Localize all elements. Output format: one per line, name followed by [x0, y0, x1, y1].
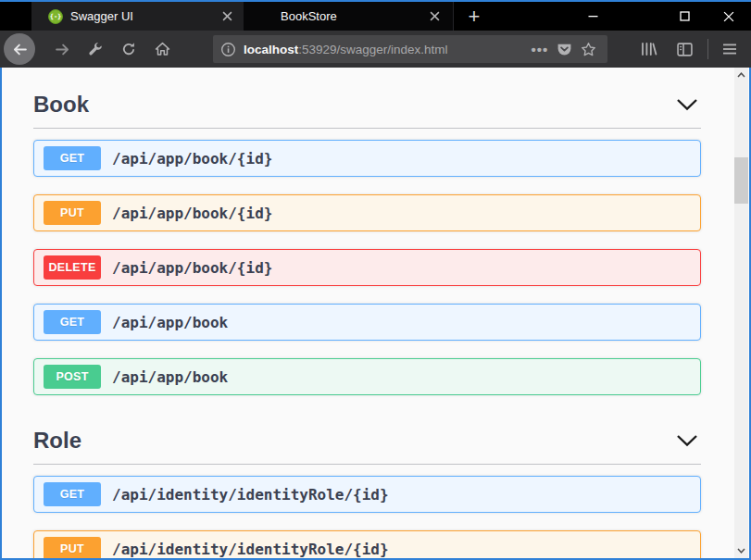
opblock-post[interactable]: POST/api/app/book	[33, 358, 701, 395]
wrench-tools-button[interactable]	[81, 35, 109, 63]
navigation-toolbar: localhost:53929/swagger/index.html •••	[0, 31, 751, 68]
tab-title: BookStore	[281, 9, 423, 23]
tab-bar: {-} Swagger UI BookStore +	[0, 2, 751, 31]
home-icon	[155, 42, 170, 56]
pocket-icon[interactable]	[552, 37, 576, 61]
section-divider	[33, 128, 701, 129]
scrollbar-thumb[interactable]	[734, 157, 748, 204]
url-text[interactable]: localhost:53929/swagger/index.html	[244, 43, 528, 56]
site-info-icon[interactable]	[220, 42, 236, 57]
tab-close-icon[interactable]	[216, 6, 238, 28]
sidebar-icon	[677, 43, 693, 56]
page-actions-ellipsis-icon[interactable]: •••	[528, 37, 552, 61]
api-sections: BookGET/api/app/book/{id}PUT/api/app/boo…	[2, 68, 749, 560]
scroll-up-icon[interactable]	[734, 68, 748, 82]
swagger-favicon-icon: {-}	[48, 9, 63, 24]
operation-path: /api/app/book/{id}	[112, 259, 272, 277]
operation-path: /api/app/book/{id}	[112, 150, 272, 168]
operations-list: GET/api/app/book/{id}PUT/api/app/book/{i…	[33, 140, 701, 395]
api-section-book: BookGET/api/app/book/{id}PUT/api/app/boo…	[33, 68, 701, 395]
method-badge: GET	[44, 482, 101, 506]
opblock-delete[interactable]: DELETE/api/app/book/{id}	[33, 249, 701, 286]
reload-icon	[121, 42, 136, 56]
toolbar-separator	[707, 39, 708, 59]
method-badge: POST	[44, 365, 101, 389]
url-path: :53929/swagger/index.html	[298, 43, 447, 56]
opblock-get[interactable]: GET/api/app/book/{id}	[33, 140, 701, 177]
titlebar-drag-space	[0, 2, 31, 31]
section-divider	[33, 464, 701, 465]
section-title: Book	[33, 90, 89, 119]
chevron-down-icon[interactable]	[675, 98, 699, 111]
page-content: BookGET/api/app/book/{id}PUT/api/app/boo…	[0, 68, 751, 560]
operation-path: /api/identity/identityRole/{id}	[112, 486, 389, 504]
operation-path: /api/app/book	[112, 314, 228, 331]
sidebar-toggle-button[interactable]	[670, 35, 698, 63]
chevron-down-icon[interactable]	[675, 434, 699, 447]
bookmark-star-icon[interactable]	[576, 37, 600, 61]
forward-button[interactable]	[48, 35, 76, 63]
method-badge: GET	[44, 146, 101, 170]
operation-path: /api/identity/identityRole/{id}	[112, 541, 389, 558]
opblock-put[interactable]: PUT/api/identity/identityRole/{id}	[33, 530, 701, 560]
window-maximize-button[interactable]	[663, 2, 706, 31]
library-button[interactable]	[635, 35, 663, 63]
browser-window: {-} Swagger UI BookStore +	[0, 0, 751, 560]
forward-arrow-icon	[55, 42, 70, 57]
back-arrow-icon	[12, 42, 28, 57]
toolbar-right-group	[628, 35, 744, 63]
api-section-role: RoleGET/api/identity/identityRole/{id}PU…	[33, 413, 701, 560]
method-badge: GET	[44, 310, 101, 334]
tab-title: Swagger UI	[70, 9, 216, 23]
section-title: Role	[33, 426, 81, 455]
method-badge: PUT	[44, 201, 101, 225]
opblock-get[interactable]: GET/api/identity/identityRole/{id}	[33, 476, 701, 513]
tab-close-icon[interactable]	[423, 6, 445, 28]
operation-path: /api/app/book	[112, 368, 228, 386]
new-tab-button[interactable]: +	[460, 2, 488, 31]
reload-button[interactable]	[115, 35, 143, 63]
menu-button[interactable]	[716, 35, 744, 63]
home-button[interactable]	[148, 35, 176, 63]
scroll-down-icon[interactable]	[734, 543, 748, 558]
tab-bookstore[interactable]: BookStore	[244, 2, 454, 31]
vertical-scrollbar[interactable]	[734, 68, 748, 558]
back-button[interactable]	[4, 33, 35, 65]
opblock-get[interactable]: GET/api/app/book	[33, 304, 701, 341]
operation-path: /api/app/book/{id}	[112, 205, 272, 222]
tab-swagger-ui[interactable]: {-} Swagger UI	[31, 2, 244, 31]
hamburger-icon	[722, 43, 737, 56]
operations-list: GET/api/identity/identityRole/{id}PUT/ap…	[33, 476, 701, 560]
section-header[interactable]: Book	[33, 68, 701, 119]
url-bar[interactable]: localhost:53929/swagger/index.html •••	[213, 35, 607, 63]
url-host: localhost	[244, 43, 298, 56]
wrench-icon	[88, 42, 103, 56]
method-badge: PUT	[44, 537, 101, 560]
section-header[interactable]: Role	[33, 413, 701, 455]
window-close-button[interactable]	[707, 2, 750, 31]
opblock-put[interactable]: PUT/api/app/book/{id}	[33, 194, 701, 231]
window-minimize-button[interactable]	[571, 2, 614, 31]
method-badge: DELETE	[44, 255, 101, 280]
library-icon	[641, 42, 657, 56]
